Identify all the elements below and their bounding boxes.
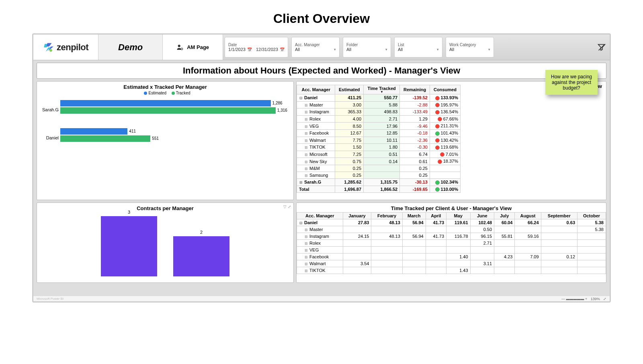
filter-folder[interactable]: Folder All▾ [343,37,391,57]
filter-value: All [398,47,403,52]
expand-icon[interactable]: ⊞ [304,167,308,171]
table-row[interactable]: Total1,696.871,866.52-169.65110.00% [297,186,461,193]
svg-point-0 [49,49,52,51]
hbar-tracked: 1,316 [60,107,276,114]
expand-icon[interactable]: ⊞ [304,269,308,273]
table-header[interactable]: July [494,213,515,219]
status-dot-icon [440,152,444,157]
chart-category-label: Sarah.G [38,107,59,112]
table-row[interactable]: ⊞TIKTOK1.43 [297,267,606,274]
table-row[interactable]: ⊞VEG [297,247,606,254]
table-header[interactable]: Acc. Manager [297,85,335,94]
table-row[interactable]: ⊞Microsoft7.250.516.747.01% [297,151,461,158]
panel-title: Contracts per Manager [37,203,293,212]
clear-filter-button[interactable] [594,35,610,60]
expand-icon[interactable]: ⊞ [304,160,308,164]
status-dot-icon [435,96,440,100]
table-header[interactable]: January [343,213,371,219]
expand-icon[interactable]: ⊟ [299,221,303,225]
table-row[interactable]: ⊞TIKTOK1.501.80-0.30119.68% [297,144,461,151]
table-row[interactable]: ⊞M&M0.250.25 [297,165,461,172]
expand-icon[interactable]: ⊟ [299,96,303,100]
expand-icon[interactable]: ⊞ [304,103,308,107]
date-from: 1/1/2023 [228,47,246,52]
expand-icon[interactable]: ⊞ [304,262,308,266]
table-row[interactable]: ⊞Instagram24.1548.1356.9441.73116.7896.1… [297,233,606,240]
filter-list[interactable]: List All▾ [394,37,442,57]
table-row[interactable]: ⊞Sarah.G1,285.621,315.75-30.13102.34% [297,178,461,186]
table-row[interactable]: ⊞New Sky0.750.140.6118.37% [297,158,461,165]
status-dot-icon [435,124,440,129]
filter-label: Work Category [449,43,490,47]
footer-icons: — ▬▬▬▬▬ + 139% ⤢ [559,297,606,301]
table-row[interactable]: ⊞Walmart3.543.11 [297,260,606,267]
status-dot-icon [438,160,442,164]
legend-swatch-estimated [144,92,147,95]
expand-icon[interactable]: ⊞ [304,255,308,259]
filter-label: Folder [346,43,387,47]
panel-est-tracked: Estimated x Tracked Per Manager Estimate… [37,81,294,200]
table-row[interactable]: ⊞Samsung0.250.25 [297,172,461,178]
expand-icon[interactable]: ⊞ [304,174,308,178]
filter-manager[interactable]: Acc. Manager All▾ [291,37,340,57]
tab-label: AM Page [187,44,209,50]
section-banner: Information about Hours (Expected and Wo… [37,63,606,79]
table-row[interactable]: ⊞Master0.505.38 [297,226,606,233]
table-row[interactable]: ⊞Facebook1.404.237.090.12 [297,254,606,260]
table-row[interactable]: ⊟Daniel411.25550.77-139.52133.93% [297,94,461,102]
panel-controls[interactable]: ▽ ⤢ [283,204,291,209]
table-header[interactable]: February [371,213,402,219]
table-header[interactable]: Acc. Manager [297,213,343,219]
clear-filter-icon [597,43,606,52]
table-header[interactable]: August [515,213,541,219]
legend-label: Tracked [176,91,190,95]
expand-icon[interactable]: ⊞ [304,235,308,239]
table-row[interactable]: ⊞Walmart7.7510.11-2.36130.42% [297,137,461,144]
contracts-bar: 3 [101,216,157,276]
table-row[interactable]: ⊞Master3.005.88-2.88195.97% [297,101,461,108]
table-header[interactable]: October [577,213,606,219]
table-row[interactable]: ⊞Rolex2.71 [297,240,606,247]
table-row[interactable]: ⊞Rolex4.002.711.2967.66% [297,115,461,123]
filter-category[interactable]: Work Category All▾ [446,37,494,57]
expand-icon[interactable]: ⊞ [304,248,308,252]
table-row[interactable]: ⊞Instagram365.33498.83-133.49136.54% [297,108,461,116]
app-footnote: Microsoft Power BI [37,297,63,301]
chart-legend: Estimated Tracked [37,91,293,98]
filter-date[interactable]: Date 1/1/2023📅 12/31/2023📅 [225,37,288,57]
expand-icon[interactable]: ⊞ [304,153,308,157]
tab-am-page[interactable]: AM Page [163,35,223,60]
expand-icon[interactable]: ⊞ [304,145,308,149]
table-header[interactable]: May [446,213,471,219]
table-header[interactable]: Estimated [335,85,364,94]
table-row[interactable]: ⊟Daniel27.8348.1356.9441.73119.61102.486… [297,219,606,226]
table-header[interactable]: June [470,213,494,219]
monthly-table: Acc. ManagerJanuaryFebruaryMarchAprilMay… [297,212,606,274]
table-row[interactable]: ⊞Facebook12.6712.85-0.18101.43% [297,129,461,137]
expand-icon[interactable]: ⊞ [304,139,308,143]
table-header[interactable]: March [402,213,426,219]
fit-icon[interactable]: ⤢ [603,297,606,301]
table-header[interactable]: Consumed [430,85,460,94]
expand-icon[interactable]: ⊞ [304,228,308,232]
table-header[interactable]: Remaining [400,85,430,94]
expand-icon[interactable]: ⊞ [299,180,303,184]
expand-icon[interactable]: ⊞ [304,131,308,135]
expand-icon[interactable]: ⊞ [304,110,308,114]
svg-point-1 [178,45,180,47]
zoom-level: — ▬▬▬▬▬ + 139% [561,297,600,301]
table-header[interactable]: Time Tracked▾ [364,85,400,94]
expand-icon[interactable]: ⊞ [304,241,308,245]
calendar-icon: 📅 [280,47,285,52]
status-dot-icon [435,103,440,107]
page-title: Client Overview [0,0,643,33]
brand-name: zenpilot [57,42,88,53]
table-header[interactable]: September [541,213,577,219]
table-row[interactable]: ⊞VEG8.5017.96-9.46211.31% [297,123,461,130]
expand-icon[interactable]: ⊞ [304,125,308,129]
expand-icon[interactable]: ⊞ [304,117,308,121]
sticky-note: How are we pacing against the project bu… [545,70,598,95]
chevron-down-icon: ▾ [437,47,439,51]
contracts-chart: 32 [37,212,293,276]
table-header[interactable]: April [426,213,446,219]
